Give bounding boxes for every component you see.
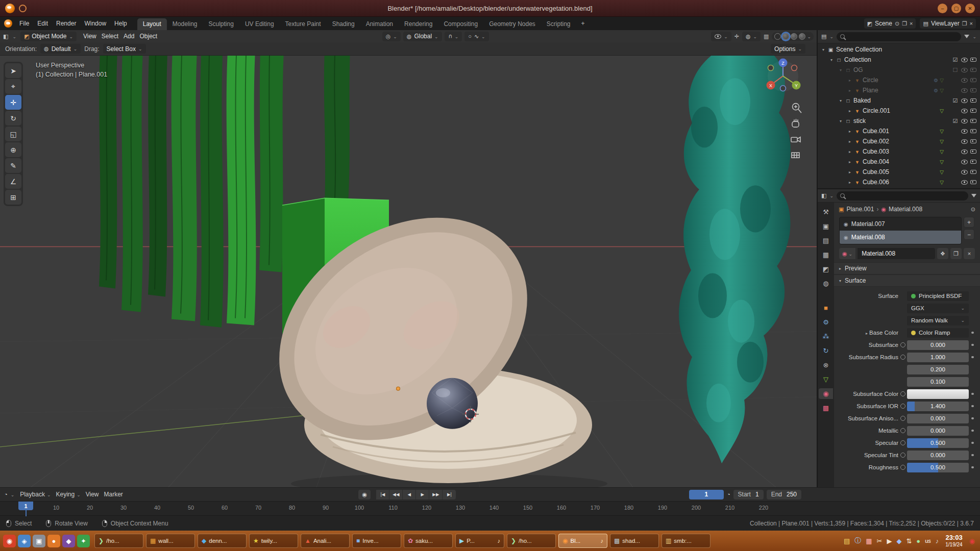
outliner-row[interactable]: ▸ Plane [818, 85, 980, 95]
playhead[interactable]: 1 [18, 502, 33, 510]
exclude-checkbox[interactable] [952, 57, 959, 63]
render-camera-icon[interactable] [970, 88, 976, 92]
launcher-icon[interactable]: ◉ [3, 535, 16, 547]
properties-tab[interactable]: ◉ [819, 388, 833, 399]
transport-button[interactable]: ◀ [403, 490, 416, 499]
viewport-tool-button[interactable]: ➤ [5, 63, 21, 78]
animate-dot[interactable] [969, 393, 976, 395]
expand-arrow-icon[interactable]: ▸ [846, 149, 853, 154]
tray-icon[interactable]: ▦ [866, 537, 872, 545]
browse-material-dropdown[interactable] [839, 248, 855, 259]
properties-tab[interactable]: ⚙ [819, 317, 833, 328]
row-label[interactable]: Cube.001 [863, 128, 889, 135]
timeline-ruler[interactable]: 1020304050607080901001101201301401501601… [0, 501, 980, 515]
hide-eye-icon[interactable] [961, 88, 968, 93]
shading-chevron-icon[interactable] [807, 34, 811, 39]
row-label[interactable]: Cube.005 [863, 168, 889, 176]
viewport-menu[interactable]: View [81, 33, 99, 40]
material-name-field[interactable]: Material.008 [857, 248, 935, 259]
new-scene-icon[interactable] [902, 21, 907, 27]
breadcrumb-material[interactable]: Material.008 [889, 206, 922, 213]
remove-slot-button[interactable]: − [964, 229, 974, 240]
auto-keyframe-button[interactable]: ◉ [358, 490, 371, 499]
pin-id-icon[interactable] [971, 207, 975, 212]
hide-eye-icon[interactable] [961, 170, 968, 174]
outliner-row[interactable]: ▸ Circle [818, 75, 980, 85]
row-label[interactable]: Scene Collection [836, 46, 882, 53]
viewport-tool-button[interactable]: ⊞ [5, 190, 21, 205]
animate-dot[interactable] [969, 454, 976, 457]
editor-type-chevron-icon[interactable] [12, 34, 16, 39]
field-control[interactable]: 0.200 [907, 365, 969, 374]
field-control[interactable]: 0.000 [907, 450, 969, 460]
field-control[interactable]: 0.500 [907, 438, 969, 448]
workspace-tab[interactable]: Compositing [438, 18, 483, 30]
frame-end-field[interactable]: End250 [767, 490, 801, 499]
expand-arrow-icon[interactable]: ▸ [846, 129, 853, 134]
taskbar-app-button[interactable]: ■ Inve... [352, 534, 401, 548]
visibility-dropdown[interactable] [711, 32, 731, 41]
expand-arrow-icon[interactable]: ▾ [837, 98, 844, 103]
shading-rendered-icon[interactable] [799, 33, 805, 40]
field-control[interactable] [907, 389, 969, 399]
animate-dot[interactable] [969, 332, 976, 334]
outliner-row[interactable]: ▸ Cube.001 [818, 126, 980, 136]
taskbar-app-button[interactable]: ❯ /ho... [94, 534, 143, 548]
exclude-checkbox[interactable] [952, 97, 959, 104]
transport-button[interactable]: ◀◀ [389, 490, 403, 499]
taskbar-app-button[interactable]: ✿ saku... [404, 534, 453, 548]
expand-arrow-icon[interactable]: ▾ [820, 47, 827, 52]
render-camera-icon[interactable] [970, 170, 976, 174]
properties-tab[interactable]: ▽ [819, 374, 833, 385]
use-preview-range-icon[interactable] [727, 492, 730, 497]
viewport-menu[interactable]: Object [137, 33, 160, 40]
copy-material-button[interactable]: ❐ [950, 248, 962, 259]
timeline-menu[interactable]: Playback [17, 491, 53, 498]
hide-eye-icon[interactable] [961, 78, 968, 83]
hide-eye-icon[interactable] [961, 149, 968, 154]
animate-dot[interactable] [969, 417, 976, 420]
outliner-row[interactable]: ▾ Baked [818, 95, 980, 106]
viewlayer-selector[interactable]: ViewLayer [920, 18, 976, 29]
field-control[interactable]: 0.100 [907, 377, 969, 387]
animate-dot[interactable] [969, 430, 976, 432]
field-control[interactable]: 1.000 [907, 353, 969, 362]
outliner-row[interactable]: ▾ stick [818, 116, 980, 126]
add-workspace-button[interactable]: + [577, 18, 589, 29]
expand-arrow-icon[interactable]: ▾ [828, 58, 835, 62]
field-control[interactable]: Color Ramp [907, 328, 969, 338]
transport-button[interactable]: ▶ [416, 490, 429, 499]
outliner-row[interactable]: ▾ OG [818, 65, 980, 75]
taskbar-app-button[interactable]: ◉ Bl... ♪ [558, 534, 607, 548]
taskbar-app-button[interactable]: ❯ /ho... [507, 534, 556, 548]
render-camera-icon[interactable] [970, 139, 976, 143]
render-camera-icon[interactable] [970, 109, 976, 113]
expand-arrow-icon[interactable]: ▸ [846, 109, 853, 113]
breadcrumb-object[interactable]: Plane.001 [846, 206, 874, 213]
orientation-dropdown[interactable]: Global [403, 32, 442, 41]
options-dropdown[interactable]: Options [771, 44, 805, 54]
properties-tab[interactable]: ▣ [819, 221, 833, 232]
launcher-icon[interactable]: ✦ [77, 535, 90, 547]
shading-solid-icon[interactable] [782, 33, 789, 40]
tray-icon[interactable]: ✂ [876, 537, 882, 545]
field-control[interactable]: 0.000 [907, 414, 969, 423]
unlink-material-button[interactable]: × [964, 248, 975, 259]
workspace-tab[interactable]: Texture Paint [280, 18, 327, 30]
exclude-checkbox[interactable] [952, 67, 959, 73]
render-camera-icon[interactable] [970, 78, 976, 82]
hide-eye-icon[interactable] [961, 58, 968, 62]
launcher-icon[interactable]: ◈ [18, 535, 31, 547]
menubar-menu[interactable]: Render [52, 18, 80, 29]
viewport-tool-button[interactable]: ↻ [5, 111, 21, 126]
window-menu-icon[interactable] [19, 5, 27, 12]
tray-icon[interactable]: ⇅ [906, 537, 912, 545]
workspace-tab[interactable]: Shading [327, 18, 360, 30]
outliner-row[interactable]: ▸ Cube.005 [818, 167, 980, 177]
taskbar-app-button[interactable]: ▥ smb:... [662, 534, 710, 548]
properties-tab[interactable]: ⚒ [819, 207, 833, 217]
outliner-row[interactable]: ▸ Cube.002 [818, 136, 980, 146]
blender-menu-icon[interactable] [4, 19, 12, 28]
add-slot-button[interactable]: + [964, 217, 974, 228]
properties-tab[interactable]: ▩ [819, 403, 833, 413]
